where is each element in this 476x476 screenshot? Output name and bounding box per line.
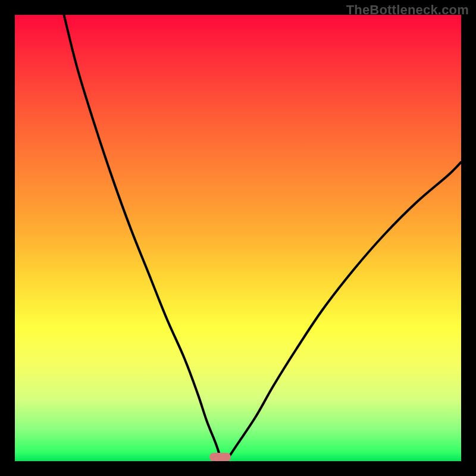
plot-area: [15, 15, 461, 461]
chart-frame: TheBottleneck.com: [0, 0, 476, 476]
bottleneck-curve: [15, 15, 461, 461]
curve-right-branch: [229, 162, 461, 457]
min-marker: [209, 453, 231, 461]
curve-left-branch: [64, 15, 221, 457]
